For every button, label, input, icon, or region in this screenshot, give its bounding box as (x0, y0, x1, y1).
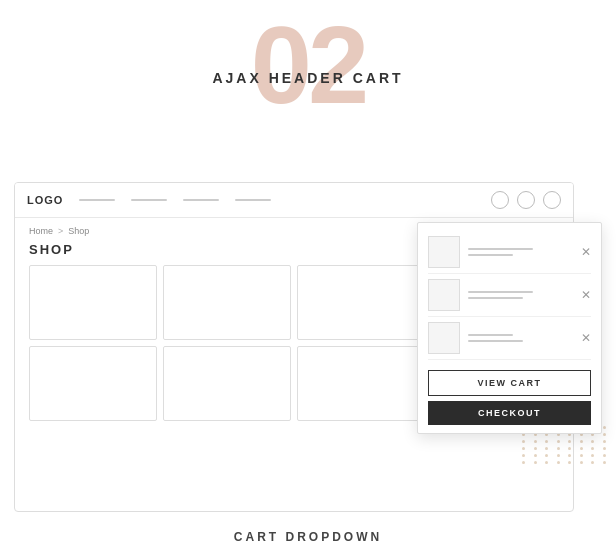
cart-item-1-name (468, 248, 533, 250)
dot (603, 433, 606, 436)
browser-logo: LOGO (27, 194, 63, 206)
dot (568, 454, 571, 457)
dot (591, 454, 594, 457)
product-card-5[interactable] (29, 346, 157, 421)
icon-circle-2 (517, 191, 535, 209)
dot (591, 447, 594, 450)
dot (534, 447, 537, 450)
dot (568, 447, 571, 450)
cart-item-1-image (428, 236, 460, 268)
dot (603, 440, 606, 443)
dot (522, 447, 525, 450)
cart-item-2-image (428, 279, 460, 311)
cart-item-2-remove[interactable]: ✕ (581, 289, 591, 301)
product-card-3[interactable] (297, 265, 425, 340)
product-card-1[interactable] (29, 265, 157, 340)
dot (545, 447, 548, 450)
dot (603, 426, 606, 429)
product-card-7[interactable] (297, 346, 425, 421)
browser-header: LOGO (15, 183, 573, 218)
dot (568, 461, 571, 464)
cart-item-2-name (468, 291, 533, 293)
dot (534, 440, 537, 443)
cart-item-1-price (468, 254, 513, 256)
browser-nav (79, 199, 475, 201)
cart-item-3-price (468, 340, 523, 342)
dot (557, 461, 560, 464)
nav-line-4 (235, 199, 271, 201)
dot (522, 461, 525, 464)
cart-item-1-remove[interactable]: ✕ (581, 246, 591, 258)
dot (603, 461, 606, 464)
hero-number: 02 (251, 10, 365, 120)
nav-line-2 (131, 199, 167, 201)
dot (557, 440, 560, 443)
bottom-label: CART DROPDOWN (234, 530, 382, 544)
dot (603, 454, 606, 457)
cart-dropdown: ✕ ✕ ✕ VIEW CART CHECKOUT (417, 222, 602, 434)
dots-pattern (516, 420, 616, 520)
breadcrumb-home[interactable]: Home (29, 226, 53, 236)
nav-line-3 (183, 199, 219, 201)
dot (557, 447, 560, 450)
breadcrumb-current[interactable]: Shop (68, 226, 89, 236)
checkout-button[interactable]: CHECKOUT (428, 401, 591, 425)
product-card-6[interactable] (163, 346, 291, 421)
cart-item-2-details (468, 291, 591, 299)
view-cart-button[interactable]: VIEW CART (428, 370, 591, 396)
cart-item-3-name (468, 334, 513, 336)
dot (580, 440, 583, 443)
dot (545, 454, 548, 457)
breadcrumb-separator: > (58, 226, 63, 236)
cart-item-3-remove[interactable]: ✕ (581, 332, 591, 344)
dot (545, 461, 548, 464)
dot (534, 454, 537, 457)
dot (522, 440, 525, 443)
icon-circle-3 (543, 191, 561, 209)
cart-item-3-details (468, 334, 591, 342)
dot (568, 440, 571, 443)
dot (580, 447, 583, 450)
hero-title: AJAX HEADER CART (0, 70, 616, 86)
cart-item-3-image (428, 322, 460, 354)
hero-section: 02 AJAX HEADER CART (0, 0, 616, 165)
browser-icons (491, 191, 561, 209)
dot (522, 454, 525, 457)
cart-item-3: ✕ (428, 317, 591, 360)
product-card-2[interactable] (163, 265, 291, 340)
dot (557, 454, 560, 457)
cart-item-1: ✕ (428, 231, 591, 274)
dot (603, 447, 606, 450)
nav-line-1 (79, 199, 115, 201)
dot (591, 461, 594, 464)
cart-item-2-price (468, 297, 523, 299)
cart-buttons: VIEW CART CHECKOUT (428, 370, 591, 425)
dot (545, 440, 548, 443)
dot (534, 461, 537, 464)
dot (580, 461, 583, 464)
cart-item-1-details (468, 248, 591, 256)
cart-item-2: ✕ (428, 274, 591, 317)
dot (591, 440, 594, 443)
icon-circle-1 (491, 191, 509, 209)
dot (580, 454, 583, 457)
